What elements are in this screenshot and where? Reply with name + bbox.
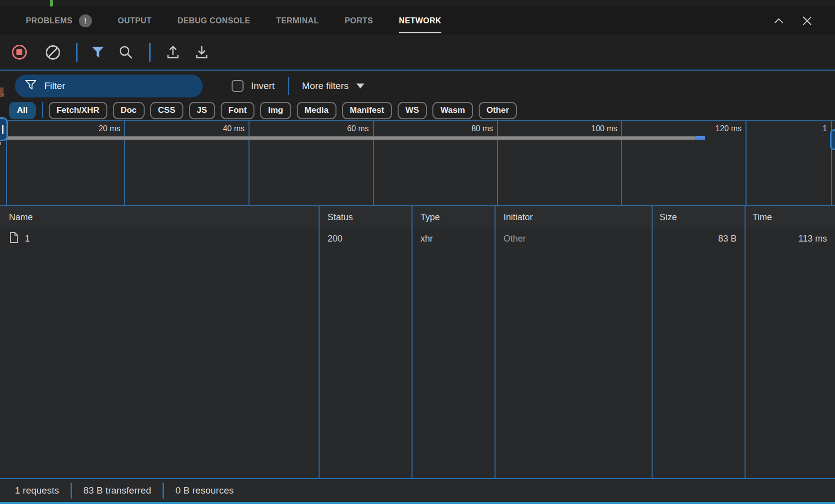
import-har-icon[interactable] [166, 45, 180, 60]
right-edge-fragment [830, 129, 835, 150]
edge-dash [0, 142, 1, 145]
filter-separator [288, 77, 289, 95]
edge-dot [2, 94, 4, 95]
record-button[interactable] [12, 45, 27, 60]
filter-placeholder: Filter [44, 81, 65, 91]
column-header-initiator[interactable]: Initiator [495, 212, 652, 223]
column-header-type[interactable]: Type [412, 212, 495, 223]
tick-label: 120 ms [682, 124, 742, 133]
request-status-cell: 200 [319, 234, 412, 244]
request-time-cell: 113 ms [745, 234, 835, 244]
filter-row: Filter Invert More filters [0, 71, 835, 101]
tab-problems[interactable]: PROBLEMS 1 [26, 6, 92, 35]
table-header-row: Name Status Type Initiator Size Time [0, 206, 835, 228]
invert-option: Invert [232, 80, 275, 92]
funnel-icon [25, 80, 37, 92]
overview-ruler-mark [0, 87, 3, 97]
left-edge-fragment [0, 117, 8, 141]
toolbar-separator [76, 43, 78, 62]
overview-gridline [746, 121, 747, 205]
overview-total-bar [4, 136, 695, 140]
invert-checkbox[interactable] [232, 80, 244, 92]
modified-line-indicator [50, 0, 53, 6]
overview-gridline [621, 121, 622, 205]
overview-gridline [124, 121, 125, 205]
column-resize-handle[interactable] [745, 206, 746, 478]
resources-size: 0 B resources [175, 485, 234, 496]
transferred-size: 83 B transferred [84, 485, 151, 496]
chip-fetch-xhr[interactable]: Fetch/XHR [49, 102, 107, 119]
column-resize-handle[interactable] [412, 206, 413, 478]
tab-network[interactable]: NETWORK [399, 6, 441, 35]
column-header-size[interactable]: Size [652, 212, 745, 223]
request-initiator-cell: Other [495, 234, 652, 244]
request-type-cell: xhr [412, 234, 495, 244]
chip-all[interactable]: All [9, 102, 36, 119]
request-row[interactable]: 1 200 xhr Other 83 B 113 ms [0, 228, 835, 249]
document-icon [9, 232, 19, 246]
column-resize-handle[interactable] [319, 206, 320, 478]
panel-controls [772, 6, 813, 35]
network-status-bar: 1 requests 83 B transferred 0 B resource… [0, 478, 835, 502]
column-resize-handle[interactable] [495, 206, 496, 478]
problems-count-badge: 1 [79, 14, 92, 27]
column-resize-handle[interactable] [652, 206, 653, 478]
overview-request-bar [695, 136, 705, 140]
column-header-status[interactable]: Status [319, 212, 412, 223]
request-size-cell: 83 B [652, 234, 745, 244]
statusbar-separator [163, 483, 164, 499]
statusbar-separator [71, 483, 72, 499]
panel-bottom-border [0, 502, 835, 504]
tab-output[interactable]: OUTPUT [118, 6, 152, 35]
export-har-icon[interactable] [194, 45, 209, 60]
tab-terminal[interactable]: TERMINAL [276, 6, 319, 35]
toolbar-separator [149, 43, 151, 62]
search-icon[interactable] [118, 45, 133, 60]
chip-media[interactable]: Media [297, 102, 336, 119]
filter-toggle-icon[interactable] [90, 45, 105, 59]
chip-css[interactable]: CSS [150, 102, 183, 119]
chip-separator [42, 102, 43, 118]
network-toolbar [0, 35, 835, 70]
chevron-up-icon[interactable] [772, 14, 785, 27]
chip-font[interactable]: Font [221, 102, 255, 119]
type-filter-chips: All Fetch/XHR Doc CSS JS Font Img Media … [9, 100, 517, 120]
tick-label: 20 ms [61, 124, 120, 133]
tab-debug-console[interactable]: DEBUG CONSOLE [177, 6, 250, 35]
chip-ws[interactable]: WS [398, 102, 427, 119]
chip-js[interactable]: JS [189, 102, 215, 119]
chip-img[interactable]: Img [260, 102, 291, 119]
tick-label: 80 ms [433, 124, 493, 133]
tick-label: 60 ms [309, 124, 369, 133]
tick-label: 40 ms [185, 124, 245, 133]
filter-input[interactable]: Filter [15, 75, 203, 97]
request-name-cell: 1 [0, 232, 319, 246]
overview-gridline [249, 121, 250, 205]
clear-button[interactable] [46, 45, 60, 60]
requests-table: Name Status Type Initiator Size Time 1 2… [0, 205, 835, 478]
chip-wasm[interactable]: Wasm [432, 102, 473, 119]
code-line: 20 // const yourMMKVStorage = new MMKV()… [0, 0, 20, 6]
requests-count: 1 requests [15, 485, 59, 496]
chevron-down-icon [356, 84, 364, 88]
column-header-time[interactable]: Time [745, 212, 835, 223]
more-filters-button[interactable]: More filters [302, 81, 364, 91]
chip-manifest[interactable]: Manifest [342, 102, 392, 119]
tick-label: 100 ms [558, 124, 617, 133]
invert-label[interactable]: Invert [251, 81, 275, 91]
overview-gridline [373, 121, 374, 205]
panel-tab-bar: PROBLEMS 1 OUTPUT DEBUG CONSOLE TERMINAL… [0, 6, 835, 35]
network-overview[interactable]: 20 ms 40 ms 60 ms 80 ms 100 ms 120 ms 1 [0, 120, 835, 205]
tab-ports[interactable]: PORTS [344, 6, 373, 35]
chip-other[interactable]: Other [479, 102, 517, 119]
editor-strip: 20 // const yourMMKVStorage = new MMKV()… [0, 0, 835, 6]
close-icon[interactable] [801, 15, 813, 27]
overview-gridline [497, 121, 498, 205]
chip-doc[interactable]: Doc [113, 102, 145, 119]
column-header-name[interactable]: Name [0, 212, 319, 223]
